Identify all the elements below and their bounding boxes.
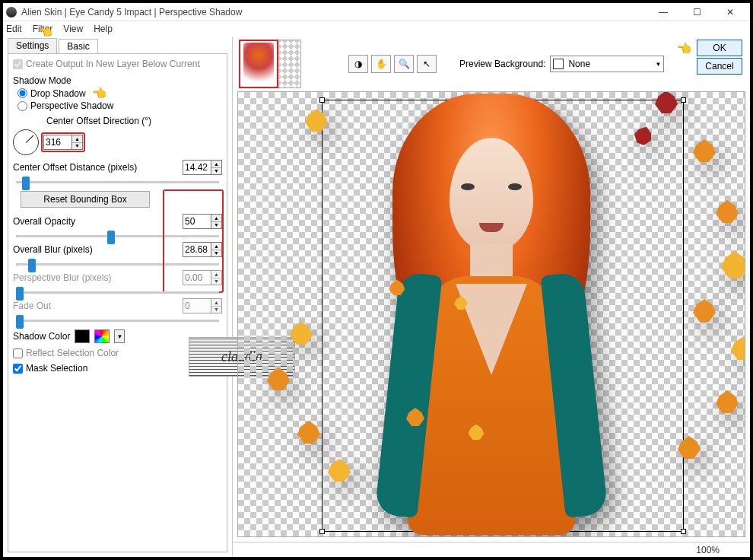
tab-basic[interactable]: Basic	[59, 39, 97, 54]
tab-strip: Settings Basic	[8, 38, 227, 53]
handle-top-right[interactable]	[681, 97, 686, 103]
menu-view[interactable]: View	[63, 24, 83, 34]
handle-bottom-right[interactable]	[681, 529, 686, 534]
handle-top-left[interactable]	[319, 97, 325, 103]
preview-canvas[interactable]	[237, 91, 745, 537]
perspective-blur-input: ▲▼	[183, 270, 222, 285]
tool-color-wheel-icon[interactable]: ◑	[348, 55, 368, 73]
fade-out-input: ▲▼	[183, 298, 222, 313]
overall-opacity-input[interactable]: ▲▼	[183, 214, 222, 229]
statusbar: 100%	[233, 542, 750, 557]
perspective-blur-field	[183, 271, 211, 285]
pointer-hand-ok-icon: 👉	[677, 41, 692, 56]
radio-drop-shadow-label: Drop Shadow	[30, 88, 86, 99]
overall-opacity-slider[interactable]	[16, 235, 219, 237]
minimize-button[interactable]: —	[647, 4, 680, 21]
overall-blur-spinner[interactable]: ▲▼	[211, 243, 221, 256]
application-window: Alien Skin | Eye Candy 5 Impact | Perspe…	[3, 3, 750, 557]
overall-blur-row: Overall Blur (pixels) ▲▼	[13, 242, 222, 266]
center-offset-distance-label: Center Offset Distance (pixels)	[13, 162, 137, 173]
handle-bottom-left[interactable]	[319, 529, 325, 534]
radio-perspective-shadow[interactable]: Perspective Shadow	[17, 100, 222, 111]
center-offset-distance-field[interactable]	[183, 161, 211, 174]
left-panel: Settings Basic Create Output In New Laye…	[3, 37, 233, 557]
color-options-dropdown[interactable]: ▼	[114, 329, 125, 343]
overall-opacity-spinner[interactable]: ▲▼	[211, 215, 221, 228]
direction-value-field[interactable]	[44, 135, 71, 149]
preset-thumbnail[interactable]	[239, 40, 278, 88]
shadow-mode-label: Shadow Mode	[13, 75, 222, 86]
mask-selection-checkbox[interactable]	[13, 364, 23, 374]
combo-swatch-icon	[553, 59, 564, 69]
overall-opacity-row: Overall Opacity ▲▼	[13, 214, 222, 237]
tab-body-basic: Create Output In New Layer Below Current…	[8, 53, 227, 552]
reflect-selection-checkbox[interactable]	[13, 348, 23, 358]
chevron-down-icon: ▼	[655, 61, 661, 68]
tool-pointer-icon[interactable]: ↖	[417, 55, 437, 73]
center-offset-direction-row: Center Offset Direction (°) ▲▼	[13, 116, 222, 155]
fade-out-spinner: ▲▼	[211, 299, 221, 313]
ok-button[interactable]: OK	[697, 40, 742, 56]
tool-zoom-icon[interactable]: 🔍	[394, 55, 414, 73]
preview-toolbar: ◑ ✋ 🔍 ↖	[348, 55, 437, 73]
perspective-blur-spinner: ▲▼	[211, 271, 221, 285]
preview-background-combo[interactable]: None ▼	[550, 56, 664, 72]
preview-image	[358, 94, 624, 535]
main-body: Settings Basic Create Output In New Laye…	[3, 37, 750, 557]
overall-blur-field[interactable]	[183, 243, 211, 256]
radio-drop-shadow[interactable]: Drop Shadow 👉	[17, 86, 222, 100]
preview-background-label: Preview Background:	[459, 59, 545, 69]
pointer-hand-icon: 👉	[92, 86, 107, 100]
close-button[interactable]: ✕	[713, 4, 747, 21]
radio-drop-shadow-input[interactable]	[17, 88, 27, 98]
fade-out-row: Fade Out ▲▼	[13, 298, 222, 322]
menubar: Edit Filter View Help 👉	[3, 21, 750, 37]
overall-opacity-label: Overall Opacity	[13, 216, 75, 227]
overall-opacity-field[interactable]	[183, 215, 211, 228]
preview-top-strip: ◑ ✋ 🔍 ↖ Preview Background: None ▼	[233, 37, 750, 91]
center-offset-distance-slider[interactable]	[16, 181, 219, 183]
tab-settings[interactable]: Settings	[8, 38, 57, 53]
center-offset-distance-input[interactable]: ▲▼	[183, 160, 222, 175]
center-offset-direction-label: Center Offset Direction (°)	[46, 116, 222, 126]
titlebar: Alien Skin | Eye Candy 5 Impact | Perspe…	[3, 3, 750, 21]
tool-hand-icon[interactable]: ✋	[371, 55, 391, 73]
radio-perspective-shadow-input[interactable]	[17, 101, 27, 111]
direction-spinner[interactable]: ▲▼	[71, 135, 82, 149]
app-icon	[6, 7, 17, 18]
create-output-checkbox[interactable]	[13, 59, 23, 69]
direction-dial[interactable]	[13, 129, 39, 155]
overall-blur-label: Overall Blur (pixels)	[13, 244, 93, 255]
create-output-label: Create Output In New Layer Below Current	[26, 59, 200, 69]
cancel-button[interactable]: Cancel	[697, 58, 742, 75]
overall-blur-input[interactable]: ▲▼	[183, 242, 222, 257]
action-buttons: 👉 OK Cancel	[677, 40, 742, 75]
perspective-blur-label: Perspective Blur (pixels)	[13, 272, 111, 283]
reset-bounding-box-button[interactable]: Reset Bounding Box	[21, 191, 150, 208]
preview-background-value: None	[568, 59, 590, 69]
mask-selection-label: Mask Selection	[26, 363, 87, 374]
maximize-button[interactable]: ☐	[680, 4, 713, 21]
perspective-blur-slider	[16, 291, 219, 294]
reflect-selection-label: Reflect Selection Color	[26, 348, 119, 358]
menu-edit[interactable]: Edit	[6, 24, 22, 34]
shadow-color-label: Shadow Color	[13, 331, 70, 342]
overall-blur-slider[interactable]	[16, 263, 219, 266]
center-offset-distance-spinner[interactable]: ▲▼	[211, 161, 221, 174]
perspective-blur-row: Perspective Blur (pixels) ▲▼	[13, 270, 222, 294]
fade-out-label: Fade Out	[13, 301, 51, 311]
zoom-level: 100%	[696, 545, 720, 555]
radio-perspective-shadow-label: Perspective Shadow	[30, 100, 113, 111]
direction-value-input[interactable]: ▲▼	[43, 135, 83, 150]
color-picker-icon[interactable]	[94, 329, 110, 343]
fade-out-field	[183, 299, 211, 313]
thumbnail-strip-empty	[278, 40, 301, 88]
center-offset-distance-row: Center Offset Distance (pixels) ▲▼	[13, 160, 222, 183]
right-area: 👉 OK Cancel ◑ ✋ 🔍 ↖ Preview Backgroun	[233, 37, 750, 557]
create-output-row[interactable]: Create Output In New Layer Below Current	[13, 59, 222, 69]
window-title: Alien Skin | Eye Candy 5 Impact | Perspe…	[21, 7, 647, 18]
menu-help[interactable]: Help	[94, 24, 113, 34]
fade-out-slider	[16, 320, 219, 322]
shadow-color-swatch[interactable]	[75, 329, 90, 343]
thumbnail-image	[243, 43, 274, 85]
